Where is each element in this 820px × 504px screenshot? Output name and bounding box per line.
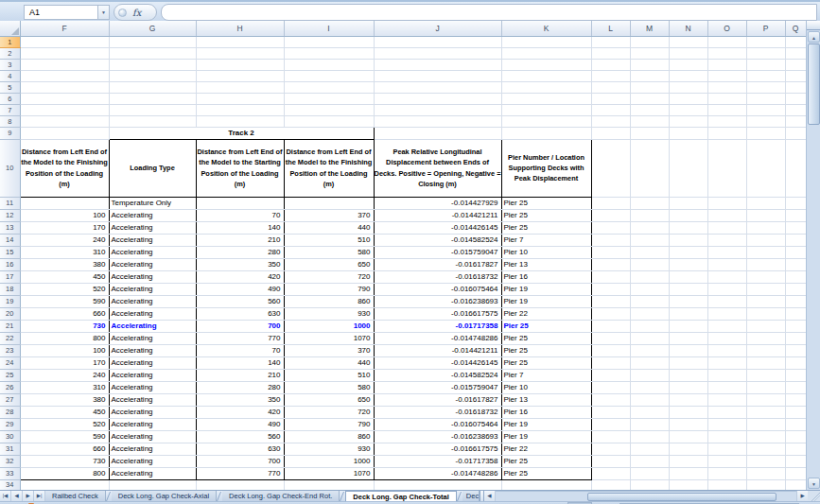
cell[interactable] (591, 127, 630, 139)
table-row[interactable]: Pier 25 (501, 209, 591, 221)
row-header-10[interactable]: 10 (0, 139, 20, 197)
table-row[interactable]: Pier 22 (501, 307, 591, 320)
row-header-16[interactable]: 16 (0, 258, 20, 270)
vertical-scrollbar[interactable]: ▲ ▼ (806, 21, 820, 490)
cell[interactable] (746, 258, 785, 270)
split-handle[interactable] (807, 21, 820, 30)
formula-input[interactable] (161, 4, 817, 21)
cell[interactable] (591, 307, 630, 320)
table-row[interactable]: Accelerating (109, 246, 196, 258)
cell[interactable] (501, 479, 591, 490)
cell[interactable] (591, 59, 630, 70)
cell[interactable] (785, 320, 806, 332)
cell[interactable] (669, 332, 707, 344)
cell[interactable] (785, 455, 806, 467)
table-row[interactable]: 730 (20, 455, 109, 467)
cell[interactable] (746, 197, 785, 209)
cell[interactable] (630, 369, 669, 381)
table-row[interactable]: 520 (20, 283, 109, 295)
cell[interactable] (785, 59, 806, 70)
table-row[interactable]: Accelerating (109, 356, 196, 369)
cell[interactable] (630, 443, 669, 455)
sheet-tab-deck-long-gap-check-end-rot[interactable]: Deck Long. Gap Check-End Rot. (222, 491, 340, 501)
table-row[interactable]: 240 (20, 369, 109, 381)
table-row[interactable]: -0.01618732 (374, 406, 501, 418)
cell[interactable] (746, 127, 785, 139)
cell[interactable] (374, 36, 501, 47)
cell[interactable] (785, 139, 806, 197)
cell[interactable] (20, 47, 109, 59)
table-row[interactable]: 170 (20, 221, 109, 234)
table-row[interactable]: Accelerating (109, 221, 196, 234)
cell[interactable] (785, 104, 806, 115)
table-row[interactable] (196, 197, 284, 209)
row-header-9[interactable]: 9 (0, 127, 20, 139)
table-row[interactable]: Accelerating (109, 369, 196, 381)
tab-nav-icon-1[interactable]: ◀ (11, 491, 23, 501)
vertical-scroll-thumb[interactable] (808, 43, 820, 125)
table-row[interactable]: Accelerating (109, 209, 196, 221)
cell[interactable] (785, 443, 806, 455)
column-header-K[interactable]: K (501, 21, 591, 36)
row-header-31[interactable]: 31 (0, 443, 20, 455)
cell[interactable] (591, 93, 630, 104)
cell[interactable] (669, 127, 707, 139)
cell[interactable] (669, 70, 707, 81)
cell[interactable] (630, 258, 669, 270)
table-row[interactable]: 140 (196, 221, 284, 234)
cell[interactable] (746, 320, 785, 332)
cell[interactable] (630, 104, 669, 115)
table-row[interactable]: 450 (20, 270, 109, 283)
cell[interactable] (669, 270, 707, 283)
cell[interactable] (707, 47, 746, 59)
cell[interactable] (630, 467, 669, 479)
table-row[interactable]: 1070 (284, 332, 374, 344)
table-row[interactable]: -0.016075464 (374, 418, 501, 430)
cell[interactable] (630, 81, 669, 93)
cell[interactable] (669, 234, 707, 246)
cell[interactable] (284, 59, 374, 70)
cell[interactable] (109, 81, 196, 93)
table-row[interactable]: 350 (196, 393, 284, 406)
cell[interactable] (109, 93, 196, 104)
cell[interactable] (374, 127, 501, 139)
cell[interactable] (707, 59, 746, 70)
tab-nav-icon-0[interactable]: |◀ (0, 491, 11, 501)
cell[interactable] (707, 393, 746, 406)
table-row[interactable]: Pier 10 (501, 381, 591, 393)
cell[interactable] (746, 455, 785, 467)
cell[interactable] (746, 381, 785, 393)
cell[interactable] (591, 295, 630, 307)
table-row[interactable]: 370 (284, 344, 374, 356)
cell[interactable] (501, 81, 591, 93)
table-row[interactable]: -0.016238693 (374, 295, 501, 307)
cell[interactable] (785, 295, 806, 307)
cell[interactable] (669, 295, 707, 307)
table-row[interactable]: 800 (20, 332, 109, 344)
cell[interactable] (746, 47, 785, 59)
cell[interactable] (20, 479, 109, 490)
table-row[interactable]: 280 (196, 381, 284, 393)
cell[interactable] (707, 246, 746, 258)
table-row[interactable]: 720 (284, 270, 374, 283)
cell[interactable] (109, 70, 196, 81)
table-row[interactable]: Accelerating (109, 381, 196, 393)
table-column-header[interactable]: Pier Number / Location Supporting Decks … (501, 139, 591, 197)
table-row[interactable]: 770 (196, 467, 284, 479)
cell[interactable] (591, 36, 630, 47)
cell[interactable] (109, 36, 196, 47)
cell[interactable] (591, 443, 630, 455)
table-row[interactable]: 240 (20, 234, 109, 246)
cell[interactable] (501, 47, 591, 59)
cell[interactable] (785, 479, 806, 490)
cell[interactable] (20, 70, 109, 81)
cell[interactable] (785, 307, 806, 320)
table-row[interactable]: 1070 (284, 467, 374, 479)
table-row[interactable]: 100 (20, 344, 109, 356)
cell[interactable] (196, 36, 284, 47)
table-row[interactable]: -0.016075464 (374, 283, 501, 295)
tab-nav-icon-3[interactable]: ▶| (34, 491, 45, 501)
hscroll-left-icon[interactable]: ◀ (484, 491, 496, 501)
cell[interactable] (591, 258, 630, 270)
table-row[interactable]: -0.016617575 (374, 307, 501, 320)
